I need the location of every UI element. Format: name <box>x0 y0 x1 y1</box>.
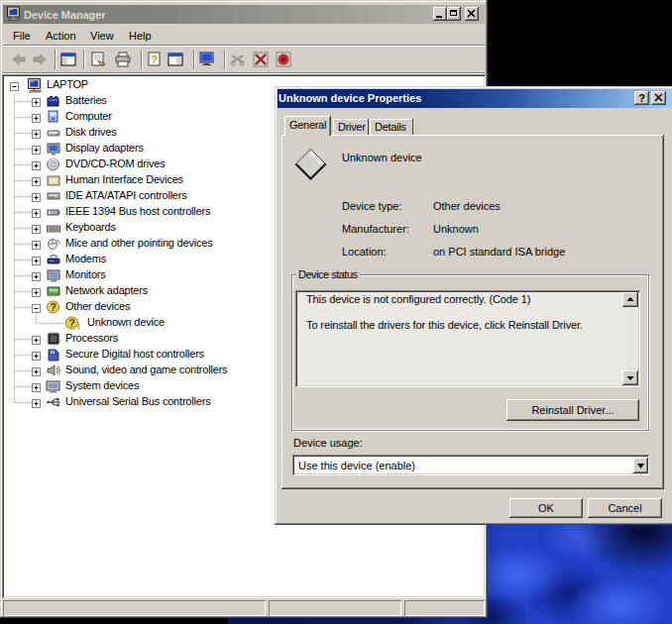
svg-text:?: ? <box>151 53 158 65</box>
svg-text:!: ! <box>77 322 80 331</box>
svg-text:?: ? <box>68 317 75 329</box>
svg-text:?: ? <box>50 301 56 313</box>
